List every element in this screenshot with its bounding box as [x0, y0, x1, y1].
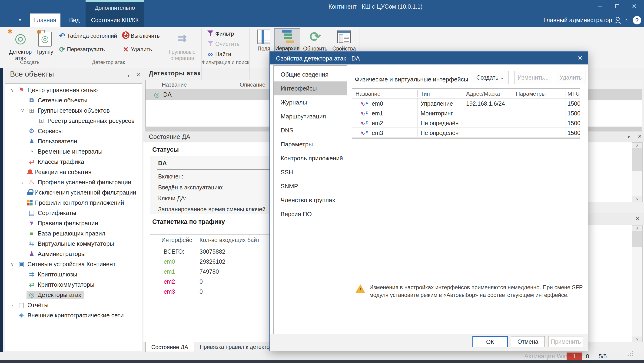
alert-count-badge[interactable]: 1 — [566, 352, 582, 360]
minimize-button[interactable] — [594, 0, 607, 12]
sidebar-close-icon[interactable]: ✕ — [136, 72, 140, 78]
dialog-nav-item[interactable]: Членство в группах — [274, 193, 347, 207]
bottom-tab-state-da[interactable]: Состояние ДА — [145, 342, 194, 352]
traffic-stats-row[interactable]: em1 749780 — [150, 267, 270, 277]
find-button[interactable]: ∞ Найти — [206, 49, 248, 59]
interface-row[interactable]: ∿ c em1 Мониторинг 1500 — [352, 108, 580, 118]
sidebar-tree-item[interactable]: ▤Сертификаты — [5, 208, 142, 218]
dialog-titlebar[interactable]: Свойства детектора атак - DA ✕ — [270, 52, 588, 65]
dialog-nav-item[interactable]: Версия ПО — [274, 207, 347, 221]
sidebar-tree-item[interactable]: ⇄Классы трафика — [5, 157, 142, 167]
column-header-params[interactable]: Параметры — [516, 91, 546, 97]
traffic-stats-row[interactable]: em3 0 — [150, 287, 270, 297]
scrollbar-thumb[interactable] — [632, 148, 642, 171]
dialog-nav-item[interactable]: Интерфейсы — [274, 82, 347, 95]
clear-filter-button[interactable]: Очистить — [206, 39, 248, 49]
ok-button[interactable]: ОК — [472, 336, 508, 347]
sidebar-tree-item[interactable]: ⊞Реестр запрещенных ресурсов — [5, 116, 142, 126]
fields-button[interactable]: Поля — [252, 28, 276, 52]
sidebar-tree-item[interactable]: Профили контроля приложений — [5, 198, 142, 208]
apply-button[interactable]: Применить — [548, 336, 583, 347]
column-header-incoming-bytes[interactable]: Кол-во входящих байт — [200, 237, 260, 243]
sidebar-tree-item[interactable]: ◔Временные интервалы — [5, 146, 142, 157]
sidebar-tree-item[interactable]: ⚙Сервисы — [5, 126, 142, 136]
sidebar-tree-item[interactable]: ⇆Виртуальные коммутаторы — [5, 238, 142, 249]
account-name[interactable]: Главный администратор — [543, 14, 612, 27]
dialog-nav-item[interactable]: Маршрутизация — [274, 109, 347, 123]
traffic-stats-row[interactable]: em2 0 — [150, 277, 270, 287]
expand-chevron-icon[interactable]: › — [8, 302, 16, 308]
dialog-nav-item[interactable]: Журналы — [274, 95, 347, 109]
column-header-description[interactable]: Описание — [240, 82, 265, 88]
sidebar-tree-item[interactable]: ♟Администраторы — [5, 249, 142, 259]
dialog-close-icon[interactable]: ✕ — [578, 55, 582, 62]
sidebar-tree-item[interactable]: Исключения усиленной фильтрации — [5, 187, 142, 198]
sidebar-tree-item[interactable]: ∨ ⚑Центр управления сетью — [5, 85, 142, 95]
user-icon[interactable] — [614, 16, 622, 25]
create-group-button[interactable]: ◎✱ Группу — [36, 28, 54, 55]
sidebar-tree-item[interactable]: ◎Детекторы атак — [5, 290, 142, 300]
sidebar-tree-item[interactable]: ⇄Криптокоммутаторы — [5, 279, 142, 290]
tab-state-ksh-kk[interactable]: Состояние КШ/КК — [86, 14, 144, 27]
dialog-nav-item[interactable]: SSH — [274, 165, 347, 179]
sidebar-tree-item[interactable]: ♟Пользователи — [5, 136, 142, 146]
maximize-button[interactable] — [610, 0, 624, 12]
interface-row[interactable]: ∿ c em3 Не определён 1500 — [352, 128, 580, 138]
resize-grip[interactable] — [628, 355, 629, 356]
panel-close-icon[interactable]: ✕ — [635, 216, 639, 222]
panel-caret-icon[interactable]: ▾ — [628, 135, 630, 140]
remove-interface-button[interactable]: Удалить — [556, 71, 586, 84]
expand-chevron-icon[interactable]: ∨ — [8, 87, 16, 93]
sidebar-tree-item[interactable]: ≡База решающих правил — [5, 228, 142, 238]
tab-view[interactable]: Вид — [63, 14, 86, 27]
interface-row[interactable]: ∿ c em0 Управление 192.168.1.6/24 1500 — [352, 98, 580, 108]
column-header-mtu[interactable]: MTU — [568, 91, 580, 97]
sidebar-tree-item[interactable]: › ▤Отчёты — [5, 300, 142, 310]
scrollbar-thumb[interactable] — [632, 231, 642, 247]
dialog-nav-item[interactable]: SNMP — [274, 179, 347, 193]
sidebar-tree-item[interactable]: ⇉Криптошлюзы — [5, 269, 142, 279]
refresh-button[interactable]: ⟳ Обновить — [302, 28, 328, 52]
column-header-type[interactable]: Тип — [420, 91, 430, 97]
create-interface-button[interactable]: Создать▾ — [471, 71, 508, 84]
column-header-interface[interactable]: Интерфейс — [160, 237, 192, 243]
column-header-name[interactable]: Название — [356, 91, 380, 97]
column-header-addr[interactable]: Адрес/Маска — [466, 91, 500, 97]
create-attack-detector-button[interactable]: ◎ ✱ Детектор атак — [6, 28, 35, 62]
interface-row[interactable]: ∿ c em2 Не определён 1500 — [352, 118, 580, 128]
scroll-down-icon[interactable]: ∨ — [632, 336, 642, 342]
close-window-button[interactable]: ✕ — [628, 0, 641, 12]
traffic-stats-row[interactable]: ВСЕГО: 30075882 — [150, 247, 270, 257]
dialog-nav-item[interactable]: Контроль приложений — [274, 151, 347, 165]
filter-button[interactable]: Фильтр — [206, 29, 248, 39]
sidebar-tree-item[interactable]: ∨ ⊞Группы сетевых объектов — [5, 105, 142, 116]
column-header-name[interactable]: Название — [162, 82, 187, 88]
scroll-down-icon[interactable]: ∨ — [632, 196, 642, 202]
dialog-nav-item[interactable]: Общие сведения — [274, 68, 347, 82]
state-table-button[interactable]: ↶ Таблица состояний — [57, 31, 118, 41]
delete-button[interactable]: ✕ Удалить — [121, 44, 162, 55]
traffic-stats-row[interactable]: em0 29326102 — [150, 257, 270, 267]
cancel-button[interactable]: Отмена — [511, 336, 545, 347]
app-menu-button[interactable]: ▾ — [14, 14, 26, 27]
help-icon[interactable]: ? — [633, 16, 641, 25]
dialog-nav-item[interactable]: DNS — [274, 123, 347, 137]
vertical-scrollbar[interactable]: ∧ ∨ — [632, 142, 642, 202]
scroll-up-icon[interactable]: ∧ — [632, 225, 642, 231]
sidebar-tree-item[interactable]: ◈Внешние криптографические сети — [5, 310, 142, 320]
properties-button[interactable]: Свойства — [330, 28, 358, 52]
sidebar-tree-item[interactable]: ∨ ▣Сетевые устройства Континент — [5, 259, 142, 269]
edit-interface-button[interactable]: Изменить... — [514, 71, 552, 84]
tab-main[interactable]: Главная — [30, 14, 60, 27]
account-chevron-icon[interactable]: ∧ — [625, 14, 628, 27]
sidebar-tree-item[interactable]: › ♨Профили усиленной фильтрации — [5, 177, 142, 187]
sidebar-tree-item[interactable]: Реакции на события — [5, 167, 142, 177]
sidebar-tree-item[interactable]: ⧉Сетевые объекты — [5, 95, 142, 105]
expand-chevron-icon[interactable]: ∨ — [8, 261, 16, 267]
expand-chevron-icon[interactable]: ∨ — [18, 108, 26, 113]
sidebar-pin-caret-icon[interactable]: ▾ — [128, 73, 130, 78]
hierarchy-button[interactable]: Иерархия — [274, 28, 300, 52]
scroll-up-icon[interactable]: ∧ — [632, 143, 642, 148]
group-operations-button[interactable]: ⇉ Групповые операции — [164, 28, 201, 62]
vertical-scrollbar[interactable]: ∧ ∨ — [632, 225, 642, 342]
